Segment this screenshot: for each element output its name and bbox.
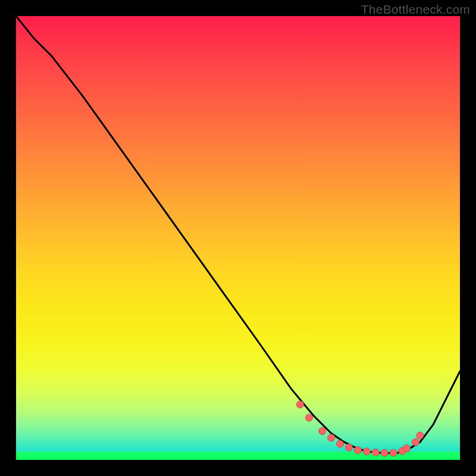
data-marker	[305, 414, 312, 421]
data-marker	[363, 448, 370, 455]
data-marker	[346, 444, 353, 451]
data-marker	[296, 401, 303, 408]
data-marker	[319, 428, 326, 435]
data-marker	[403, 445, 411, 452]
data-marker	[412, 439, 419, 446]
data-marker	[372, 449, 379, 456]
data-marker	[354, 447, 361, 454]
data-marker	[328, 434, 335, 441]
plot-area	[16, 16, 460, 460]
marker-group	[296, 401, 424, 456]
data-marker	[390, 449, 397, 456]
curve-layer	[16, 16, 460, 460]
watermark-text: TheBottleneck.com	[361, 2, 470, 17]
data-marker	[381, 449, 388, 456]
chart-stage: TheBottleneck.com	[0, 0, 476, 476]
main-curve	[16, 16, 460, 453]
data-marker	[337, 440, 344, 447]
data-marker	[416, 432, 424, 439]
